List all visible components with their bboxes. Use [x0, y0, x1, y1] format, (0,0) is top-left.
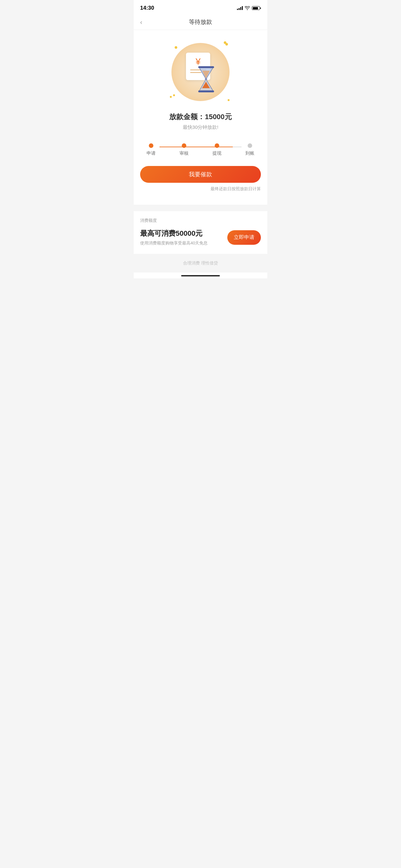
status-icons [237, 6, 261, 10]
step-received: 到账 [245, 144, 254, 156]
signal-icon [237, 6, 243, 10]
wifi-icon [245, 6, 250, 10]
credit-main-row: 最高可消费50000元 使用消费额度购物享受最高40天免息 立即申请 [140, 228, 261, 246]
step-dot-withdraw [215, 144, 219, 148]
cta-note: 最终还款日按照放款日计算 [140, 186, 261, 192]
step-review: 审核 [180, 144, 189, 156]
decorative-dot-tl [175, 46, 177, 49]
nav-title: 等待放款 [189, 18, 212, 26]
step-label-received: 到账 [245, 151, 254, 156]
status-bar: 14:30 [134, 0, 267, 14]
credit-section-label: 消费额度 [140, 218, 261, 223]
status-time: 14:30 [140, 5, 154, 11]
svg-rect-1 [198, 90, 214, 92]
illustration-container: ¥ [165, 40, 236, 104]
step-label-review: 审核 [180, 151, 189, 156]
step-withdraw: 提现 [212, 144, 221, 156]
decorative-dot-br [227, 99, 229, 101]
footer-note: 合理消费 理性借贷 [134, 254, 267, 273]
steps-row: 申请 审核 提现 到账 [147, 144, 254, 156]
credit-info: 最高可消费50000元 使用消费额度购物享受最高40天免息 [140, 228, 227, 246]
back-button[interactable]: ‹ [140, 19, 143, 26]
home-bar [181, 275, 220, 276]
battery-icon [252, 6, 261, 10]
step-label-withdraw: 提现 [212, 151, 221, 156]
nav-bar: ‹ 等待放款 [134, 14, 267, 30]
amount-section: 放款金额：15000元 最快30分钟放款! [140, 112, 261, 130]
credit-amount: 最高可消费50000元 [140, 228, 227, 238]
section-divider [134, 208, 267, 211]
step-dot-received [248, 144, 252, 148]
home-indicator [134, 273, 267, 278]
step-dot-review [182, 144, 186, 148]
credit-section: 消费额度 最高可消费50000元 使用消费额度购物享受最高40天免息 立即申请 [134, 211, 267, 254]
hourglass-wrapper: ¥ [183, 51, 218, 93]
illustration-area: ¥ [140, 40, 261, 104]
step-label-apply: 申请 [147, 151, 156, 156]
hourglass-icon [196, 66, 217, 93]
apply-now-button[interactable]: 立即申请 [227, 230, 261, 245]
credit-desc: 使用消费额度购物享受最高40天免息 [140, 240, 227, 246]
illustration-circle: ¥ [172, 43, 229, 101]
cta-section: 我要催款 最终还款日按照放款日计算 [140, 166, 261, 195]
step-dot-apply [149, 144, 153, 148]
step-apply: 申请 [147, 144, 156, 156]
urge-payment-button[interactable]: 我要催款 [140, 166, 261, 183]
main-content: ¥ [134, 30, 267, 205]
decorative-dot-bl [170, 96, 172, 98]
amount-title: 放款金额：15000元 [140, 112, 261, 122]
svg-rect-0 [198, 66, 214, 68]
progress-section: 申请 审核 提现 到账 [140, 140, 261, 166]
amount-subtitle: 最快30分钟放款! [140, 124, 261, 130]
